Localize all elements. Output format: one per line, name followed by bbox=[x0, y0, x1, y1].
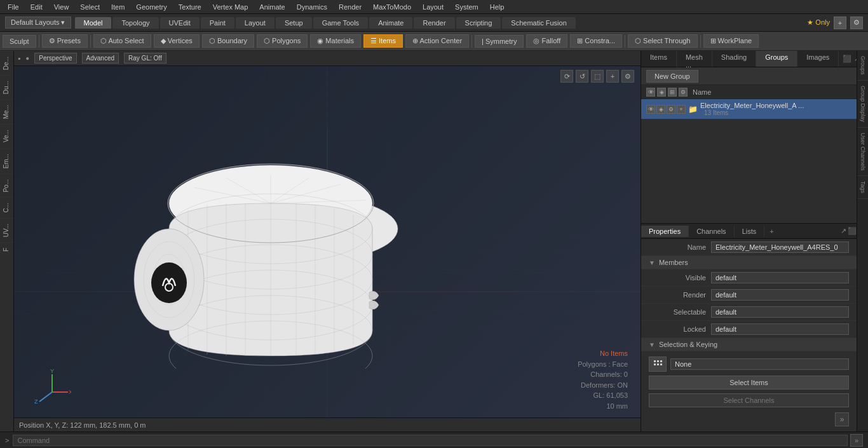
group-item[interactable]: 👁 ◈ ⚙ + 📁 Electricity_Meter_Honeywell_A … bbox=[641, 99, 857, 119]
auto-select-button[interactable]: ⬡ Auto Select bbox=[93, 34, 151, 48]
menu-help[interactable]: Help bbox=[485, 2, 510, 12]
polygons-button[interactable]: ⬡ Polygons bbox=[257, 34, 308, 48]
visible-select[interactable]: default on off bbox=[711, 272, 849, 283]
keying-toggle[interactable]: ▼ bbox=[649, 341, 655, 348]
tab-uvedit[interactable]: UVEdit bbox=[160, 17, 200, 29]
action-center-button[interactable]: ⊕ Action Center bbox=[405, 34, 469, 48]
menu-maxtomodo[interactable]: MaxToModo bbox=[368, 2, 416, 12]
tab-paint[interactable]: Paint bbox=[201, 17, 234, 29]
tab-shading[interactable]: Shading bbox=[712, 51, 756, 67]
frame-button[interactable]: ⬚ bbox=[591, 70, 604, 83]
render-select[interactable]: default on off bbox=[711, 289, 849, 301]
select-channels-button[interactable]: Select Channels bbox=[649, 393, 849, 407]
constraints-button[interactable]: ⊞ Constra... bbox=[570, 34, 622, 48]
sidebar-item-de[interactable]: De... bbox=[0, 51, 13, 75]
falloff-button[interactable]: ◎ Falloff bbox=[526, 34, 567, 48]
select-through-button[interactable]: ⬡ Select Through bbox=[628, 34, 697, 48]
tab-topology[interactable]: Topology bbox=[112, 17, 158, 29]
sidebar-item-c[interactable]: C... bbox=[0, 197, 13, 218]
sidebar-item-me[interactable]: Me... bbox=[0, 99, 13, 124]
sculpt-button[interactable]: Sculpt bbox=[3, 35, 36, 48]
menu-vertex-map[interactable]: Vertex Map bbox=[208, 2, 254, 12]
sidebar-item-uv[interactable]: UV... bbox=[0, 218, 13, 242]
selectable-select[interactable]: default on off bbox=[711, 306, 849, 318]
command-arrow-button[interactable]: » bbox=[850, 434, 863, 447]
far-tab-groups[interactable]: Groups bbox=[857, 51, 868, 81]
command-input[interactable] bbox=[13, 435, 848, 446]
settings-button[interactable]: ⚙ bbox=[850, 17, 863, 29]
tab-layout[interactable]: Layout bbox=[236, 17, 275, 29]
tab-add[interactable]: + bbox=[764, 226, 778, 237]
menu-geometry[interactable]: Geometry bbox=[131, 2, 172, 12]
tab-items[interactable]: Items bbox=[641, 51, 677, 67]
select-items-button[interactable]: Select Items bbox=[649, 376, 849, 390]
members-toggle[interactable]: ▼ bbox=[649, 259, 655, 266]
keying-icon-button[interactable] bbox=[649, 356, 667, 372]
raygl-button[interactable]: Ray GL: Off bbox=[124, 53, 166, 64]
keying-value-input[interactable] bbox=[670, 358, 849, 370]
tab-lists[interactable]: Lists bbox=[735, 226, 765, 237]
sidebar-item-ve[interactable]: Ve... bbox=[0, 124, 13, 147]
group-settings-btn[interactable]: ⚙ bbox=[667, 105, 675, 114]
menu-edit[interactable]: Edit bbox=[25, 2, 48, 12]
materials-button[interactable]: ◉ Materials bbox=[310, 34, 361, 48]
group-expand-btn[interactable]: + bbox=[677, 105, 686, 114]
add-layout-button[interactable]: + bbox=[834, 17, 846, 29]
lock-toggle[interactable]: ⊞ bbox=[668, 88, 677, 97]
tab-game-tools[interactable]: Game Tools bbox=[313, 17, 369, 29]
locked-select[interactable]: default on off bbox=[711, 323, 849, 335]
tab-scripting[interactable]: Scripting bbox=[456, 17, 501, 29]
far-tab-tags[interactable]: Tags bbox=[857, 176, 868, 199]
sidebar-item-po[interactable]: Po... bbox=[0, 173, 13, 198]
menu-system[interactable]: System bbox=[450, 2, 484, 12]
sidebar-item-f[interactable]: F bbox=[0, 242, 13, 257]
settings-toggle[interactable]: ⚙ bbox=[679, 88, 688, 97]
undo-view-button[interactable]: ↺ bbox=[576, 70, 588, 83]
orbit-button[interactable]: ⟳ bbox=[560, 70, 573, 83]
menu-item[interactable]: Item bbox=[106, 2, 130, 12]
sidebar-item-em[interactable]: Em... bbox=[0, 148, 13, 173]
tab-animate[interactable]: Animate bbox=[369, 17, 412, 29]
tab-images[interactable]: Images bbox=[797, 51, 839, 67]
new-group-button[interactable]: New Group bbox=[646, 70, 698, 83]
group-render-btn[interactable]: ◈ bbox=[656, 105, 665, 114]
vertices-button[interactable]: ◆ Vertices bbox=[154, 34, 200, 48]
tab-mesh[interactable]: Mesh ... bbox=[677, 51, 712, 67]
viewport-settings-button[interactable]: ⚙ bbox=[621, 70, 634, 83]
tab-schematic-fusion[interactable]: Schematic Fusion bbox=[502, 17, 575, 29]
fit-button[interactable]: + bbox=[606, 70, 619, 83]
menu-animate[interactable]: Animate bbox=[254, 2, 290, 12]
expand-keying-button[interactable]: » bbox=[835, 412, 849, 426]
tab-render[interactable]: Render bbox=[414, 17, 454, 29]
viewport-canvas[interactable]: ⟳ ↺ ⬚ + ⚙ No Items Polygons : Face Chann… bbox=[14, 66, 641, 417]
panel-expand-icon[interactable]: ⬛ bbox=[843, 55, 851, 63]
workplane-button[interactable]: ⊞ WorkPlane bbox=[703, 34, 759, 48]
sidebar-item-du[interactable]: Du... bbox=[0, 75, 13, 99]
name-input[interactable] bbox=[711, 241, 849, 253]
perspective-button[interactable]: Perspective bbox=[34, 53, 76, 64]
items-button[interactable]: ☰ Items bbox=[363, 34, 403, 48]
menu-file[interactable]: File bbox=[3, 2, 24, 12]
menu-dynamics[interactable]: Dynamics bbox=[292, 2, 332, 12]
menu-render[interactable]: Render bbox=[334, 2, 367, 12]
tab-channels[interactable]: Channels bbox=[689, 226, 734, 237]
presets-button[interactable]: ⚙ Presets bbox=[42, 34, 88, 48]
symmetry-button[interactable]: | Symmetry bbox=[475, 35, 524, 48]
visibility-toggle[interactable]: 👁 bbox=[646, 88, 655, 97]
menu-texture[interactable]: Texture bbox=[173, 2, 207, 12]
far-tab-group-display[interactable]: Group Display bbox=[857, 81, 868, 128]
menu-layout[interactable]: Layout bbox=[417, 2, 449, 12]
tab-properties[interactable]: Properties bbox=[641, 226, 689, 237]
layout-selector[interactable]: Default Layouts ▾ bbox=[5, 17, 71, 29]
viewport-toggle[interactable]: ▪ bbox=[18, 54, 20, 63]
tab-groups[interactable]: Groups bbox=[756, 51, 797, 67]
group-visibility-btn[interactable]: 👁 bbox=[646, 105, 655, 114]
tab-model[interactable]: Model bbox=[75, 17, 112, 29]
props-collapse-icon[interactable]: ⬛ bbox=[848, 227, 857, 235]
menu-view[interactable]: View bbox=[49, 2, 74, 12]
menu-select[interactable]: Select bbox=[75, 2, 105, 12]
render-toggle[interactable]: ◈ bbox=[657, 88, 666, 97]
props-expand-icon[interactable]: ↗ bbox=[841, 227, 846, 235]
boundary-button[interactable]: ⬡ Boundary bbox=[202, 34, 254, 48]
advanced-button[interactable]: Advanced bbox=[82, 53, 119, 64]
